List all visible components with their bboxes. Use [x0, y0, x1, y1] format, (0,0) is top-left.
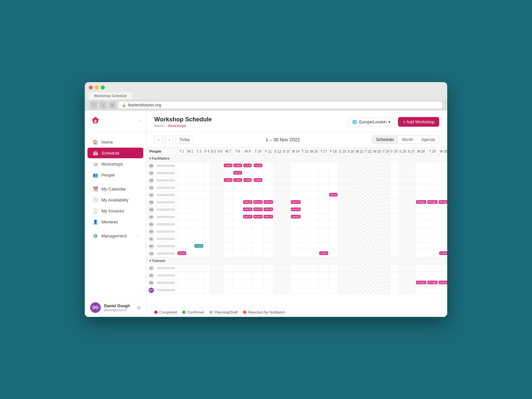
calendar-cell[interactable]: Leadi: [233, 162, 242, 170]
calendar-cell[interactable]: [263, 279, 274, 287]
calendar-cell[interactable]: [263, 272, 274, 279]
calendar-cell[interactable]: [309, 221, 319, 228]
calendar-cell[interactable]: [309, 177, 319, 184]
calendar-cell[interactable]: [438, 162, 447, 170]
calendar-cell[interactable]: [233, 279, 242, 287]
calendar-cell[interactable]: [355, 177, 364, 184]
calendar-cell[interactable]: [263, 243, 274, 250]
calendar-cell[interactable]: [346, 235, 355, 243]
calendar-cell[interactable]: [407, 162, 416, 170]
calendar-cell[interactable]: [407, 287, 416, 294]
calendar-cell[interactable]: [253, 235, 263, 243]
calendar-cell[interactable]: [263, 265, 274, 272]
calendar-cell[interactable]: [177, 170, 187, 177]
calendar-cell[interactable]: [346, 192, 355, 199]
calendar-cell[interactable]: Think: [194, 243, 204, 250]
calendar-cell[interactable]: [282, 235, 291, 243]
calendar-cell[interactable]: [217, 243, 223, 250]
calendar-cell[interactable]: [438, 228, 447, 235]
calendar-cell[interactable]: [291, 265, 301, 272]
calendar-cell[interactable]: [203, 243, 210, 250]
calendar-cell[interactable]: [355, 170, 364, 177]
calendar-cell[interactable]: Design: [415, 279, 427, 287]
calendar-cell[interactable]: Leadi: [242, 162, 253, 170]
calendar-cell[interactable]: [407, 235, 416, 243]
calendar-cell[interactable]: [274, 287, 282, 294]
calendar-cell[interactable]: [438, 287, 447, 294]
calendar-cell[interactable]: [364, 192, 372, 199]
calendar-cell[interactable]: [291, 235, 301, 243]
calendar-cell[interactable]: [382, 184, 390, 192]
calendar-cell[interactable]: [319, 199, 329, 206]
calendar-cell[interactable]: Anti-R: [253, 206, 263, 213]
calendar-cell[interactable]: [274, 170, 282, 177]
calendar-cell[interactable]: [263, 192, 274, 199]
calendar-cell[interactable]: [233, 221, 242, 228]
calendar-cell[interactable]: [338, 213, 347, 221]
calendar-cell[interactable]: Anti-R: [291, 213, 301, 221]
calendar-cell[interactable]: [233, 235, 242, 243]
breadcrumb-home[interactable]: Home: [154, 124, 164, 128]
calendar-cell[interactable]: [177, 235, 187, 243]
calendar-cell[interactable]: [187, 272, 194, 279]
calendar-cell[interactable]: [223, 243, 233, 250]
calendar-cell[interactable]: [187, 213, 194, 221]
calendar-cell[interactable]: [233, 228, 242, 235]
calendar-cell[interactable]: [203, 228, 210, 235]
calendar-cell[interactable]: [274, 250, 282, 257]
calendar-cell[interactable]: [203, 199, 210, 206]
calendar-cell[interactable]: [301, 228, 309, 235]
calendar-cell[interactable]: [301, 235, 309, 243]
calendar-cell[interactable]: [223, 272, 233, 279]
calendar-cell[interactable]: [382, 235, 390, 243]
calendar-cell[interactable]: [338, 235, 347, 243]
calendar-cell[interactable]: [291, 162, 301, 170]
browser-tab[interactable]: Workshop Schedule: [89, 92, 132, 99]
event-chip[interactable]: Anti-R: [243, 215, 252, 218]
calendar-cell[interactable]: [415, 184, 427, 192]
calendar-cell[interactable]: [372, 265, 382, 272]
calendar-cell[interactable]: [203, 250, 210, 257]
calendar-cell[interactable]: [390, 184, 398, 192]
calendar-cell[interactable]: [427, 287, 438, 294]
calendar-cell[interactable]: [210, 228, 217, 235]
calendar-cell[interactable]: Gend: [177, 250, 187, 257]
calendar-cell[interactable]: [301, 265, 309, 272]
calendar-cell[interactable]: [346, 287, 355, 294]
calendar-cell[interactable]: [194, 228, 204, 235]
calendar-cell[interactable]: [427, 177, 438, 184]
calendar-cell[interactable]: [427, 272, 438, 279]
calendar-cell[interactable]: [301, 250, 309, 257]
calendar-cell[interactable]: [242, 265, 253, 272]
calendar-cell[interactable]: [438, 177, 447, 184]
calendar-cell[interactable]: [427, 184, 438, 192]
calendar-cell[interactable]: [372, 243, 382, 250]
calendar-cell[interactable]: [253, 279, 263, 287]
calendar-cell[interactable]: [263, 177, 274, 184]
calendar-cell[interactable]: Gend: [329, 192, 338, 199]
calendar-cell[interactable]: [223, 192, 233, 199]
calendar-cell[interactable]: [398, 206, 407, 213]
calendar-cell[interactable]: Anti-R: [291, 206, 301, 213]
calendar-cell[interactable]: [242, 243, 253, 250]
calendar-cell[interactable]: [390, 177, 398, 184]
calendar-cell[interactable]: [194, 265, 204, 272]
calendar-cell[interactable]: [187, 235, 194, 243]
calendar-cell[interactable]: [177, 287, 187, 294]
calendar-cell[interactable]: [407, 206, 416, 213]
calendar-cell[interactable]: [382, 206, 390, 213]
calendar-cell[interactable]: [372, 221, 382, 228]
calendar-cell[interactable]: [398, 170, 407, 177]
event-chip[interactable]: Leadi: [224, 164, 232, 167]
forward-button[interactable]: ›: [99, 101, 107, 109]
calendar-cell[interactable]: [203, 206, 210, 213]
calendar-cell[interactable]: [390, 221, 398, 228]
calendar-cell[interactable]: [346, 184, 355, 192]
calendar-cell[interactable]: [338, 265, 347, 272]
calendar-cell[interactable]: [329, 228, 338, 235]
calendar-cell[interactable]: [203, 279, 210, 287]
calendar-cell[interactable]: [398, 265, 407, 272]
calendar-cell[interactable]: [390, 235, 398, 243]
sidebar-item-schedule[interactable]: 📅 Schedule: [87, 148, 143, 158]
calendar-cell[interactable]: [329, 206, 338, 213]
